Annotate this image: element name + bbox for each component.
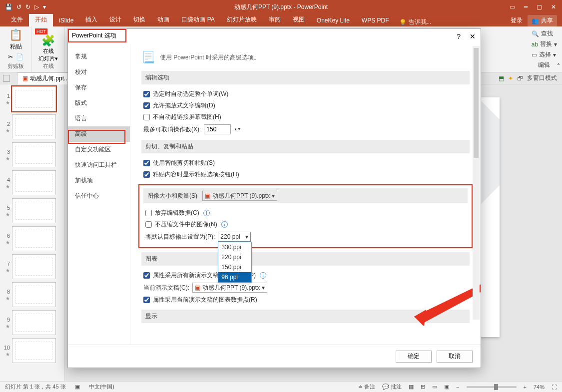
dialog-nav: 常规 校对 保存 版式 语言 高级 自定义功能区 快速访问工具栏 加载项 信任中…	[68, 44, 130, 345]
zoom-level[interactable]: 74%	[534, 384, 545, 390]
chart-file-select[interactable]: ▣ 动感几何PPT (9).pptx ▾	[192, 283, 267, 293]
zoom-in-icon[interactable]: +	[524, 384, 527, 390]
tab-design[interactable]: 设计	[103, 13, 127, 26]
comments-button[interactable]: 💬 批注	[382, 383, 402, 391]
opt-noscreenshot[interactable]: 不自动超链接屏幕截图(H)	[141, 111, 470, 123]
thumb-row[interactable]: 3★	[3, 142, 61, 167]
opt-chart-points[interactable]: 属性采用当前演示文稿的图表数据点(R)	[141, 294, 470, 306]
qat-more-icon[interactable]: ▾	[43, 3, 46, 10]
ok-button[interactable]: 确定	[396, 351, 432, 363]
view-sorter-icon[interactable]: ⊞	[421, 384, 425, 390]
doc-tab[interactable]: ▣ 动感几何.ppt...	[17, 72, 74, 84]
ribbon-options-icon[interactable]: ▭	[510, 3, 515, 10]
ppi-option[interactable]: 330 ppi	[218, 242, 251, 252]
opt-nocompress[interactable]: 不压缩文件中的图像(N)i	[143, 219, 468, 230]
thumb-row[interactable]: 4★	[3, 170, 61, 195]
zoom-slider[interactable]	[467, 386, 517, 388]
minimize-icon[interactable]: ━	[524, 3, 528, 10]
nav-general[interactable]: 常规	[68, 49, 130, 64]
find-button[interactable]: 🔍查找	[532, 29, 557, 38]
copy-icon[interactable]: 📄	[16, 53, 23, 60]
tab-slideshow[interactable]: 幻灯片放映	[221, 13, 263, 26]
info-icon[interactable]: i	[260, 272, 266, 279]
tab-animation[interactable]: 动画	[151, 13, 175, 26]
tab-islide[interactable]: iSlide	[53, 14, 79, 26]
tab-pocket[interactable]: 口袋动画 PA	[175, 13, 220, 26]
dialog-scrollbar[interactable]	[473, 46, 480, 320]
dialog-close-icon[interactable]: ✕	[470, 32, 476, 40]
undo-count-input[interactable]	[204, 124, 231, 134]
nav-addins[interactable]: 加载项	[68, 173, 130, 188]
login-link[interactable]: 登录	[511, 16, 523, 25]
select-button[interactable]: ▭选择▾	[532, 50, 557, 59]
spellcheck-icon[interactable]: ▣	[75, 384, 80, 390]
undo-icon[interactable]: ↺	[16, 3, 21, 10]
paste-icon[interactable]: 📋	[9, 28, 22, 41]
view-slideshow-icon[interactable]: ▣	[444, 384, 449, 390]
nav-trust[interactable]: 信任中心	[68, 188, 130, 204]
info-icon[interactable]: i	[203, 210, 210, 216]
opt-smartcut[interactable]: 使用智能剪切和粘贴(S)	[141, 157, 470, 169]
tell-me[interactable]: 💡 告诉我...	[399, 18, 432, 26]
nav-qat[interactable]: 快速访问工具栏	[68, 157, 130, 173]
thumb-row[interactable]: 6★	[3, 226, 61, 251]
language-indicator[interactable]: 中文(中国)	[89, 383, 114, 391]
opt-autoword[interactable]: 选定时自动选定整个单词(W)	[141, 88, 470, 100]
replace-button[interactable]: ab替换▾	[532, 40, 557, 48]
tab-insert[interactable]: 插入	[79, 13, 103, 26]
app-icon-2[interactable]: ✦	[508, 75, 513, 82]
ppi-combo[interactable]: 220 ppi ▾ 330 ppi 220 ppi 150 ppi 96 ppi	[218, 232, 251, 242]
tab-transition[interactable]: 切换	[127, 13, 151, 26]
ppi-option[interactable]: 150 ppi	[218, 262, 251, 272]
save-icon[interactable]: 💾	[5, 3, 12, 10]
image-file-select[interactable]: ▣ 动感几何PPT (9).pptx ▾	[202, 191, 277, 201]
ppi-option[interactable]: 96 ppi	[218, 272, 251, 282]
thumb-row[interactable]: 1★	[3, 86, 61, 111]
tab-view[interactable]: 视图	[287, 13, 311, 26]
opt-dragdrop[interactable]: 允许拖放式文字编辑(D)	[141, 100, 470, 111]
fit-window-icon[interactable]: ⛶	[552, 384, 557, 390]
opt-discard-edit[interactable]: 放弃编辑数据(C)i	[143, 207, 468, 219]
nav-layout[interactable]: 版式	[68, 95, 130, 111]
opt-showpaste[interactable]: 粘贴内容时显示粘贴选项按钮(H)	[141, 169, 470, 180]
info-icon[interactable]: i	[221, 221, 228, 228]
tab-onekey[interactable]: OneKey Lite	[311, 14, 356, 26]
app-icon-1[interactable]: ⬒	[499, 75, 504, 82]
cancel-button[interactable]: 取消	[437, 351, 473, 363]
tab-home[interactable]: 开始	[29, 13, 53, 26]
collapse-ribbon-icon[interactable]: ˄	[557, 63, 560, 70]
view-reading-icon[interactable]: ▭	[432, 384, 437, 390]
ppi-option[interactable]: 220 ppi	[218, 252, 251, 262]
options-dialog: PowerPoint 选项 ? ✕ 常规 校对 保存 版式 语言 高级 自定义功…	[67, 28, 481, 368]
start-icon[interactable]: ▷	[34, 3, 39, 10]
thumb-row[interactable]: 10★	[3, 338, 61, 363]
zoom-out-icon[interactable]: −	[456, 384, 459, 390]
cut-icon[interactable]: ✂	[8, 53, 13, 60]
thumb-row[interactable]: 7★	[3, 254, 61, 279]
thumb-row[interactable]: 8★	[3, 282, 61, 307]
nav-language[interactable]: 语言	[68, 111, 130, 126]
nav-proofing[interactable]: 校对	[68, 64, 130, 80]
tab-wpspdf[interactable]: WPS PDF	[356, 14, 395, 26]
tab-review[interactable]: 审阅	[263, 13, 287, 26]
notes-button[interactable]: ≐ 备注	[358, 383, 375, 391]
close-icon[interactable]: ✕	[551, 3, 556, 10]
thumb-row[interactable]: 9★	[3, 310, 61, 335]
bulb-icon: 💡	[399, 19, 407, 26]
redo-icon[interactable]: ↻	[25, 3, 30, 10]
maximize-icon[interactable]: ▢	[537, 3, 542, 10]
thumb-row[interactable]: 2★	[3, 114, 61, 139]
paste-button[interactable]: 粘贴	[10, 42, 22, 51]
dialog-footer: 确定 取消	[68, 345, 481, 368]
opt-chart-newdoc[interactable]: 属性采用所有新演示文稿 点(P)i	[141, 270, 470, 281]
nav-customize-ribbon[interactable]: 自定义功能区	[68, 142, 130, 157]
tab-file[interactable]: 文件	[5, 13, 29, 26]
thumbnail-pane[interactable]: 1★2★3★4★5★6★7★8★9★10★	[0, 84, 65, 381]
share-button[interactable]: 👥 共享	[528, 15, 557, 26]
dialog-help-icon[interactable]: ?	[457, 32, 461, 40]
view-normal-icon[interactable]: ▦	[409, 384, 414, 390]
group-clipboard: 剪贴板	[3, 62, 28, 70]
nav-save[interactable]: 保存	[68, 80, 130, 95]
thumb-row[interactable]: 5★	[3, 198, 61, 223]
multi-window-icon[interactable]: 🗗	[517, 75, 523, 82]
